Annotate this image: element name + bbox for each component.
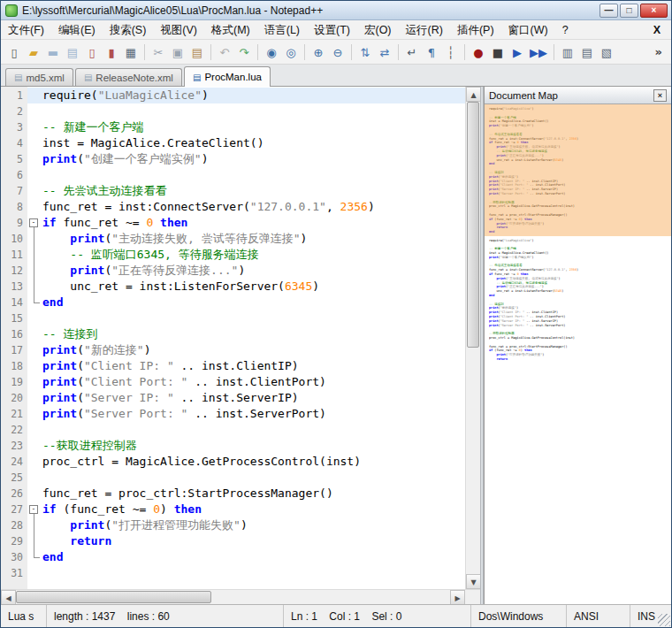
save-icon[interactable]: ▬ — [44, 43, 62, 61]
line-number[interactable]: 19 — [1, 374, 27, 390]
scroll-down-icon[interactable]: ▼ — [466, 574, 481, 589]
fold-margin[interactable]: - — [27, 215, 40, 231]
close-all-docs-icon[interactable]: ▮ — [103, 43, 120, 61]
code-line[interactable]: -- 监听端口6345, 等待服务端连接 — [40, 247, 465, 263]
menu-item-s[interactable]: 搜索(S) — [103, 20, 154, 40]
document-map-header[interactable]: Document Map × — [485, 87, 671, 104]
code-line[interactable]: if func_ret ~= 0 then — [40, 215, 465, 231]
code-line[interactable]: print("Server Port: " .. inst.ServerPort… — [40, 406, 465, 422]
code-line[interactable]: print("新的连接") — [40, 342, 465, 358]
close-doc-icon[interactable]: ▯ — [83, 43, 101, 61]
line-number[interactable]: 30 — [1, 549, 27, 565]
code-line[interactable]: print("Server IP: " .. inst.ServerIP) — [40, 390, 465, 406]
line-number[interactable]: 3 — [1, 119, 27, 135]
code-line[interactable]: proc_ctrl = MagicAlice.GetProcessControl… — [40, 454, 465, 470]
fold-margin[interactable] — [27, 295, 40, 310]
line-number[interactable]: 1 — [1, 88, 27, 103]
line-number[interactable]: 20 — [1, 390, 27, 406]
fold-margin[interactable] — [27, 263, 40, 279]
code-line[interactable]: inst = MagicAlice.CreateClient() — [40, 135, 465, 151]
line-number[interactable]: 12 — [1, 263, 27, 279]
cut-icon[interactable]: ✂ — [149, 43, 167, 61]
menu-item-v[interactable]: 视图(V) — [153, 20, 204, 40]
line-number[interactable]: 28 — [1, 517, 27, 533]
horizontal-scroll-thumb[interactable] — [16, 591, 211, 603]
menu-item-t[interactable]: 设置(T) — [307, 20, 357, 40]
vertical-scroll-thumb[interactable] — [467, 102, 479, 348]
code-line[interactable] — [40, 470, 465, 486]
code-line[interactable] — [40, 422, 465, 438]
tab-md5-xml[interactable]: ▤md5.xml — [5, 68, 73, 86]
code-line[interactable] — [40, 167, 465, 183]
line-number[interactable]: 17 — [1, 342, 27, 358]
title-bar[interactable]: E:\lyssoft\Mercurial\MagicAlice05\Lua\Pr… — [1, 1, 671, 20]
line-number[interactable]: 13 — [1, 279, 27, 295]
editor-vertical-scrollbar[interactable]: ▲ ▼ — [465, 87, 480, 589]
indent-guide-icon[interactable]: ┆ — [442, 43, 460, 61]
document-map-view-region[interactable] — [485, 104, 671, 236]
document-map-icon[interactable]: ▥ — [559, 43, 577, 61]
line-number[interactable]: 14 — [1, 295, 27, 310]
fold-collapse-icon[interactable]: - — [29, 218, 38, 227]
play-macro-icon[interactable]: ▶ — [508, 43, 526, 61]
menu-item-e[interactable]: 编辑(E) — [51, 20, 103, 40]
new-file-icon[interactable]: ▯ — [5, 43, 23, 61]
zoom-in-icon[interactable]: ⊕ — [309, 43, 327, 61]
editor-pane[interactable]: 1require("LuaMagicAlice")23-- 新建一个客户端4in… — [1, 87, 480, 604]
code-line[interactable]: -- 先尝试主动连接看看 — [40, 183, 465, 199]
line-number[interactable]: 5 — [1, 151, 27, 167]
paste-icon[interactable]: ▤ — [188, 43, 206, 61]
copy-icon[interactable]: ▣ — [169, 43, 187, 61]
line-number[interactable]: 8 — [1, 199, 27, 215]
line-number[interactable]: 22 — [1, 422, 27, 438]
fold-margin[interactable] — [27, 279, 40, 295]
fold-margin[interactable]: - — [27, 502, 40, 517]
menu-item-m[interactable]: 格式(M) — [204, 20, 257, 40]
line-number[interactable]: 10 — [1, 231, 27, 247]
editor-horizontal-scrollbar[interactable]: ◀ ▶ — [1, 589, 480, 604]
undo-icon[interactable]: ↶ — [216, 43, 233, 61]
fold-margin[interactable] — [27, 533, 40, 549]
scroll-right-icon[interactable]: ▶ — [450, 590, 465, 605]
code-line[interactable]: end — [40, 295, 465, 310]
word-wrap-icon[interactable]: ↵ — [403, 43, 421, 61]
fold-margin[interactable] — [27, 247, 40, 263]
line-number[interactable]: 24 — [1, 454, 27, 470]
line-number[interactable]: 11 — [1, 247, 27, 263]
line-number[interactable]: 23 — [1, 438, 27, 454]
code-line[interactable]: print("正在等待反弹连接...") — [40, 263, 465, 279]
code-line[interactable] — [40, 310, 465, 326]
fold-collapse-icon[interactable]: - — [29, 505, 38, 514]
tab-procman-lua[interactable]: ▤ProcMan.lua — [184, 66, 271, 87]
line-number[interactable]: 16 — [1, 326, 27, 342]
line-number[interactable]: 15 — [1, 310, 27, 326]
line-number[interactable]: 4 — [1, 135, 27, 151]
menu-item-o[interactable]: 宏(O) — [357, 20, 399, 40]
code-line[interactable]: print("打开进程管理功能失败") — [40, 517, 465, 533]
line-number[interactable]: 21 — [1, 406, 27, 422]
code-line[interactable]: -- 连接到 — [40, 326, 465, 342]
line-number[interactable]: 18 — [1, 358, 27, 374]
scroll-left-icon[interactable]: ◀ — [1, 590, 16, 605]
zoom-out-icon[interactable]: ⊖ — [329, 43, 347, 61]
code-line[interactable]: end — [40, 549, 465, 565]
code-line[interactable] — [40, 103, 465, 119]
document-map-body[interactable]: require("LuaMagicAlice")-- 新建一个客户端inst =… — [485, 104, 671, 604]
minimize-button[interactable]: — — [599, 4, 618, 18]
sync-horizontal-icon[interactable]: ⇄ — [376, 43, 393, 61]
close-button[interactable]: × — [640, 4, 668, 18]
horizontal-scroll-track[interactable] — [16, 590, 450, 604]
stop-record-icon[interactable]: ■ — [489, 43, 507, 61]
show-all-chars-icon[interactable]: ¶ — [423, 43, 440, 61]
code-line[interactable]: if (func_ret ~= 0) then — [40, 502, 465, 517]
menu-close-button[interactable]: X — [643, 24, 671, 36]
run-macro-multiple-icon[interactable]: ▶▶ — [528, 43, 549, 61]
code-line[interactable]: print("创建一个客户端实例") — [40, 151, 465, 167]
save-all-icon[interactable]: ▤ — [64, 43, 81, 61]
maximize-button[interactable]: □ — [620, 4, 638, 18]
redo-icon[interactable]: ↷ — [235, 43, 253, 61]
code-line[interactable]: return — [40, 533, 465, 549]
line-number[interactable]: 29 — [1, 533, 27, 549]
code-line[interactable]: require("LuaMagicAlice") — [40, 88, 465, 103]
document-map-close-icon[interactable]: × — [653, 89, 667, 102]
